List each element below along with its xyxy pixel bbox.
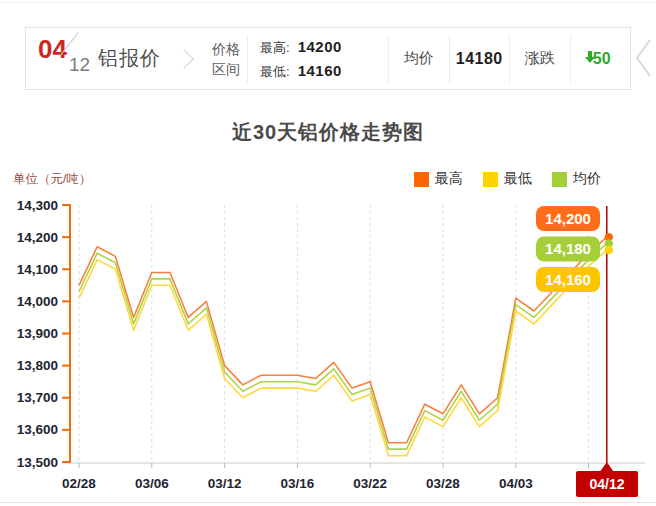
page-top-divider [0,2,656,3]
current-date-label: 04/12 [589,476,624,492]
line-max[interactable] [79,237,607,443]
change-label: 涨跌 [510,49,570,68]
product-name: 铝报价 [98,45,161,72]
price-range-line2: 区间 [205,59,247,79]
low-label: 最低: [260,64,290,79]
high-low-block: 最高:14200 最低:14160 [248,35,388,83]
y-tick-label: 13,900 [17,326,58,341]
quote-date: 04 12 [26,28,98,89]
price-range-label: 价格 区间 [205,39,247,79]
x-tick-labels: 02/2803/0603/1203/1603/2203/2804/03 [62,476,533,491]
y-tick-label: 13,700 [17,390,58,405]
y-tick-label: 13,800 [17,358,58,373]
y-tick-label: 14,200 [17,230,58,245]
page-bottom-divider [0,502,656,503]
change-value: 50 [593,50,611,68]
quote-date-day: 12 [69,54,90,76]
avg-label: 均价 [389,49,449,68]
y-tick-label: 13,500 [17,455,58,470]
line-avg[interactable] [79,244,607,450]
end-value-badges: 14,20014,18014,160 [536,206,600,292]
line-min[interactable] [79,250,607,456]
y-tick-label: 14,000 [17,294,58,309]
x-tick-label: 03/16 [281,476,315,491]
x-tick-label: 03/28 [426,476,460,491]
collapse-chevron-icon[interactable] [632,36,654,80]
avg-value: 14180 [450,50,510,68]
price-range-line1: 价格 [205,39,247,59]
quote-header: 04 12 铝报价 价格 区间 最高:14200 最低:14160 均价 141… [25,27,631,90]
chart-title: 近30天铝价格走势图 [0,119,656,146]
x-tick-label: 04/03 [499,476,533,491]
value-badge-label: 14,180 [545,240,591,257]
y-tick-label: 14,300 [17,198,58,213]
quote-date-month: 04 [38,34,67,65]
x-tick-label: 03/12 [208,476,242,491]
y-tick-label: 13,600 [17,422,58,437]
y-tick-label: 14,100 [17,262,58,277]
value-badge-label: 14,160 [545,271,591,288]
x-tick-label: 02/28 [62,476,96,491]
chevron-right-icon [174,49,194,69]
x-tick-label: 03/22 [353,476,387,491]
value-badge-label: 14,200 [545,210,591,227]
high-value: 14200 [298,38,342,55]
high-label: 最高: [260,40,290,55]
low-value: 14160 [298,62,342,79]
x-axis [62,463,645,468]
y-axis: 14,30014,20014,10014,00013,90013,80013,7… [17,198,70,470]
change-value-block: 50 [571,50,631,68]
price-trend-chart[interactable]: 14,30014,20014,10014,00013,90013,80013,7… [0,160,656,506]
end-dot-min[interactable] [605,246,613,254]
x-tick-label: 03/06 [135,476,169,491]
